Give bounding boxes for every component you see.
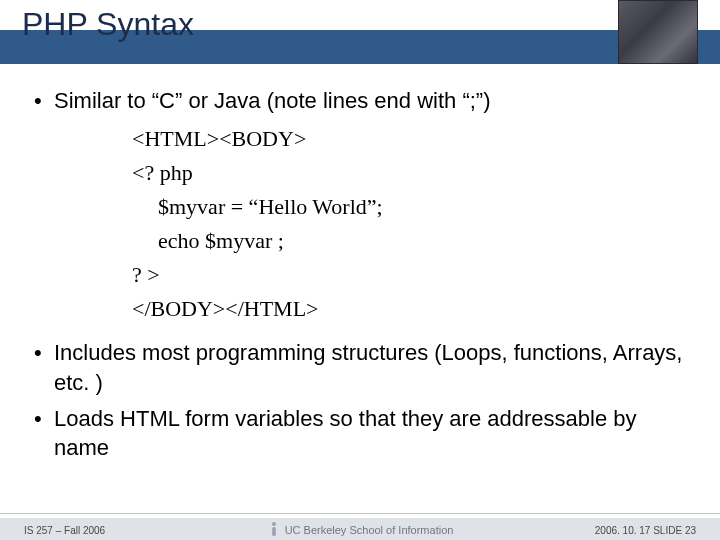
svg-rect-1 (272, 527, 276, 536)
svg-point-0 (272, 522, 276, 526)
bullet-item: Similar to “C” or Java (note lines end w… (34, 86, 686, 116)
bullet-text: Loads HTML form variables so that they a… (54, 404, 686, 463)
title-bar: PHP Syntax (0, 0, 720, 64)
bullet-text: Similar to “C” or Java (note lines end w… (54, 86, 686, 116)
footer-center-label: UC Berkeley School of Information (285, 524, 454, 536)
code-line: <HTML><BODY> (132, 122, 686, 156)
bullet-item: Includes most programming structures (Lo… (34, 338, 686, 397)
code-line: $myvar = “Hello World”; (132, 190, 686, 224)
bullet-text: Includes most programming structures (Lo… (54, 338, 686, 397)
title-decorative-photo (618, 0, 698, 64)
slide-title: PHP Syntax (22, 6, 194, 43)
footer: IS 257 – Fall 2006 UC Berkeley School of… (0, 512, 720, 540)
footer-right-text: 2006. 10. 17 SLIDE 23 (595, 525, 696, 536)
code-line: <? php (132, 156, 686, 190)
code-line: </BODY></HTML> (132, 292, 686, 326)
info-logo-icon (267, 521, 281, 537)
bullet-item: Loads HTML form variables so that they a… (34, 404, 686, 463)
code-line: echo $myvar ; (132, 224, 686, 258)
bullet-dot-icon (34, 86, 54, 116)
slide-body: Similar to “C” or Java (note lines end w… (0, 64, 720, 463)
code-sample: <HTML><BODY> <? php $myvar = “Hello Worl… (132, 122, 686, 327)
bullet-dot-icon (34, 404, 54, 463)
code-line: ? > (132, 258, 686, 292)
bullet-dot-icon (34, 338, 54, 397)
footer-divider (0, 513, 720, 514)
